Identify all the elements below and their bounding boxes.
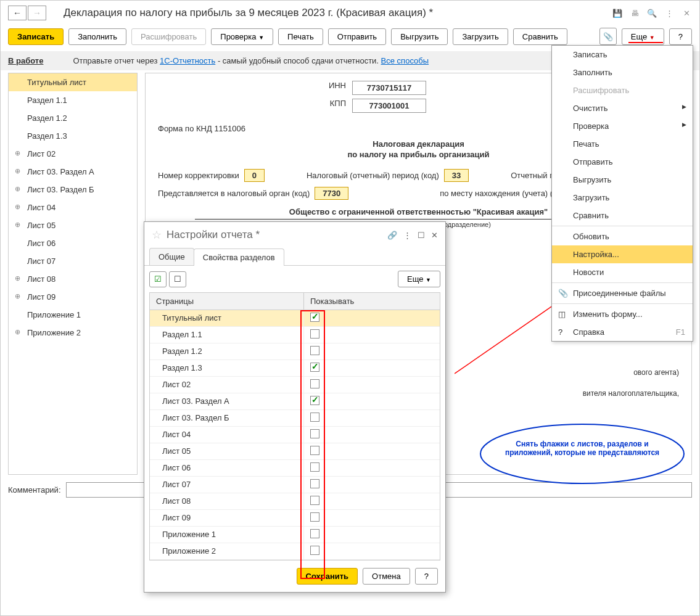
link-all[interactable]: Все способы (381, 56, 429, 65)
check-button[interactable]: Проверка ▼ (211, 28, 273, 45)
modal-close-icon[interactable]: ✕ (431, 231, 438, 240)
modal-cancel-button[interactable]: Отмена (363, 568, 410, 585)
checkbox[interactable] (310, 313, 319, 322)
checkbox[interactable] (310, 529, 319, 538)
dropdown-item[interactable]: Выгрузить (552, 171, 693, 189)
table-row[interactable]: Лист 03. Раздел Б (150, 410, 440, 427)
send-button[interactable]: Отправить (328, 28, 386, 45)
link-1c[interactable]: 1С-Отчетность (160, 56, 215, 65)
table-row[interactable]: Лист 05 (150, 443, 440, 460)
sidebar-item[interactable]: Лист 09 (9, 288, 137, 306)
modal-more-button[interactable]: Еще ▼ (398, 271, 440, 287)
check-all-button[interactable]: ☑ (149, 271, 167, 287)
checkbox[interactable] (310, 413, 319, 422)
sidebar-item[interactable]: Титульный лист (9, 73, 137, 91)
export-button[interactable]: Выгрузить (391, 28, 448, 45)
sidebar-item[interactable]: Лист 06 (9, 234, 137, 252)
sidebar-item[interactable]: Раздел 1.2 (9, 109, 137, 127)
checkbox[interactable] (310, 429, 319, 438)
compare-button[interactable]: Сравнить (513, 28, 567, 45)
checkbox[interactable] (310, 479, 319, 488)
attachment-icon[interactable]: 📎 (599, 28, 617, 45)
kpp-value[interactable]: 773001001 (352, 99, 426, 113)
dropdown-item[interactable]: Печать (552, 135, 693, 153)
sidebar-item[interactable]: Приложение 1 (9, 306, 137, 324)
table-row[interactable]: Титульный лист (150, 310, 440, 327)
preview-icon[interactable]: 🔍 (646, 7, 657, 18)
dropdown-item[interactable]: Настройка... (552, 245, 693, 263)
link-icon[interactable]: 🔗 (387, 231, 397, 240)
table-row[interactable]: Лист 06 (150, 460, 440, 477)
red-underline (628, 42, 663, 43)
checkbox[interactable] (310, 346, 319, 355)
table-row[interactable]: Раздел 1.1 (150, 327, 440, 343)
checkbox[interactable] (310, 379, 319, 388)
sidebar-item[interactable]: Лист 08 (9, 270, 137, 288)
sidebar-item[interactable]: Лист 02 (9, 145, 137, 163)
sidebar-item[interactable]: Лист 03. Раздел А (9, 163, 137, 181)
checkbox[interactable] (310, 446, 319, 455)
dropdown-item[interactable]: 📎Присоединенные файлы (552, 284, 693, 302)
table-row[interactable]: Раздел 1.3 (150, 360, 440, 377)
dropdown-item[interactable]: Загрузить (552, 189, 693, 207)
tab-sections[interactable]: Свойства разделов (194, 248, 284, 266)
menu-icon[interactable]: ⋮ (664, 7, 675, 18)
nav-back-button[interactable]: ← (8, 6, 27, 20)
period-field[interactable]: 33 (444, 169, 469, 182)
close-icon[interactable]: ✕ (681, 7, 692, 18)
sidebar-item[interactable]: Лист 04 (9, 199, 137, 216)
dropdown-item[interactable]: Очистить (552, 99, 693, 117)
table-row[interactable]: Лист 09 (150, 510, 440, 527)
import-button[interactable]: Загрузить (453, 28, 508, 45)
checkbox[interactable] (310, 512, 319, 522)
dropdown-item[interactable]: Проверка (552, 117, 693, 135)
sidebar-item[interactable]: Лист 05 (9, 216, 137, 234)
sidebar-item[interactable]: Лист 03. Раздел Б (9, 181, 137, 199)
table-row[interactable]: Лист 07 (150, 477, 440, 493)
modal-menu-icon[interactable]: ⋮ (403, 231, 411, 240)
table-row[interactable]: Приложение 2 (150, 543, 440, 560)
checkbox[interactable] (310, 329, 319, 339)
organ-field[interactable]: 7730 (315, 187, 348, 200)
dropdown-item[interactable]: Записать (552, 46, 693, 64)
fill-button[interactable]: Заполнить (68, 28, 126, 45)
sidebar-item[interactable]: Раздел 1.1 (9, 91, 137, 109)
sidebar-item[interactable]: Раздел 1.3 (9, 127, 137, 145)
dropdown-item[interactable]: Сравнить (552, 207, 693, 224)
print-button[interactable]: Печать (278, 28, 323, 45)
dropdown-item[interactable]: ◫Изменить форму... (552, 305, 693, 323)
checkbox[interactable] (310, 363, 319, 372)
sidebar-item[interactable]: Лист 07 (9, 252, 137, 270)
checkbox[interactable] (310, 462, 319, 472)
save-button[interactable]: Записать (8, 28, 64, 45)
checkbox[interactable] (310, 396, 319, 405)
table-row[interactable]: Лист 02 (150, 377, 440, 393)
col-show: Показывать (304, 293, 440, 310)
dropdown-item[interactable]: Обновить (552, 228, 693, 245)
korr-field[interactable]: 0 (244, 169, 265, 182)
checkbox[interactable] (310, 546, 319, 555)
dropdown-item[interactable]: Отправить (552, 153, 693, 171)
sidebar-item[interactable]: Приложение 2 (9, 324, 137, 342)
save-icon[interactable]: 💾 (612, 7, 623, 18)
modal-help-button[interactable]: ? (415, 568, 438, 585)
dropdown-item[interactable]: ?СправкаF1 (552, 323, 693, 341)
table-row[interactable]: Лист 03. Раздел А (150, 393, 440, 410)
star-icon[interactable]: ☆ (152, 228, 162, 242)
uncheck-all-button[interactable]: ☐ (169, 271, 186, 287)
table-row[interactable]: Лист 04 (150, 427, 440, 443)
inn-value[interactable]: 7730715117 (352, 81, 426, 95)
help-button[interactable]: ? (669, 28, 692, 45)
table-row[interactable]: Раздел 1.2 (150, 343, 440, 360)
maximize-icon[interactable]: ☐ (418, 231, 425, 240)
checkbox[interactable] (310, 496, 319, 505)
dropdown-item[interactable]: Заполнить (552, 64, 693, 81)
nav-forward-button[interactable]: → (28, 6, 46, 20)
dropdown-item[interactable]: Новости (552, 263, 693, 281)
print-icon[interactable]: 🖶 (629, 7, 640, 18)
modal-save-button[interactable]: Сохранить (297, 568, 358, 585)
tab-general[interactable]: Общие (149, 248, 194, 265)
table-row[interactable]: Лист 08 (150, 493, 440, 510)
table-row[interactable]: Приложение 1 (150, 527, 440, 543)
status-label[interactable]: В работе (8, 56, 43, 65)
